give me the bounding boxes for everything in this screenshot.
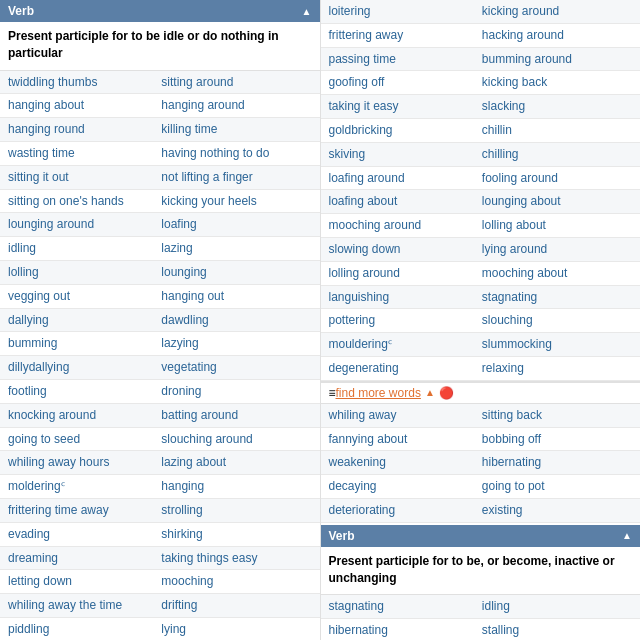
word-right[interactable]: killing time [153, 118, 319, 142]
find-more-right[interactable]: ≡ find more words ▲ 🔴 [321, 382, 641, 404]
word-right[interactable]: lying around [474, 237, 640, 261]
word-right[interactable]: slouching around [153, 427, 319, 451]
word-left[interactable]: whiling away the time [0, 594, 153, 618]
word-left[interactable]: lolling [0, 260, 153, 284]
word-right[interactable]: existing [474, 498, 640, 522]
word-left[interactable]: footling [0, 379, 153, 403]
word-right[interactable]: stalling [474, 619, 640, 640]
word-left[interactable]: hibernating [321, 619, 474, 640]
word-left[interactable]: loafing about [321, 190, 474, 214]
word-right[interactable]: sitting around [153, 71, 319, 94]
word-left[interactable]: moulderingᶜ [321, 333, 474, 357]
word-right[interactable]: lolling about [474, 214, 640, 238]
word-right[interactable]: sitting back [474, 404, 640, 427]
word-right[interactable]: kicking back [474, 71, 640, 95]
word-right[interactable]: chilling [474, 142, 640, 166]
word-left[interactable]: loitering [321, 0, 474, 23]
word-right[interactable]: having nothing to do [153, 141, 319, 165]
table-row: hanging roundkilling time [0, 118, 320, 142]
word-left[interactable]: piddling [0, 617, 153, 640]
word-right[interactable]: loafing [153, 213, 319, 237]
word-left[interactable]: sitting it out [0, 165, 153, 189]
word-left[interactable]: fannying about [321, 427, 474, 451]
word-left[interactable]: dallying [0, 308, 153, 332]
word-right[interactable]: bumming around [474, 47, 640, 71]
word-left[interactable]: whiling away [321, 404, 474, 427]
word-right[interactable]: bobbing off [474, 427, 640, 451]
word-left[interactable]: lounging around [0, 213, 153, 237]
word-right[interactable]: mooching [153, 570, 319, 594]
word-left[interactable]: wasting time [0, 141, 153, 165]
word-left[interactable]: skiving [321, 142, 474, 166]
word-right[interactable]: chillin [474, 118, 640, 142]
word-left[interactable]: goldbricking [321, 118, 474, 142]
word-right[interactable]: lazing [153, 237, 319, 261]
word-left[interactable]: frittering time away [0, 498, 153, 522]
word-left[interactable]: hanging about [0, 94, 153, 118]
word-left[interactable]: pottering [321, 309, 474, 333]
word-left[interactable]: goofing off [321, 71, 474, 95]
word-right[interactable]: shirking [153, 522, 319, 546]
word-right[interactable]: lazying [153, 332, 319, 356]
word-left[interactable]: sitting on one's hands [0, 189, 153, 213]
word-right[interactable]: hibernating [474, 451, 640, 475]
word-right[interactable]: kicking around [474, 0, 640, 23]
word-left[interactable]: whiling away hours [0, 451, 153, 475]
word-right[interactable]: dawdling [153, 308, 319, 332]
word-left[interactable]: twiddling thumbs [0, 71, 153, 94]
word-left[interactable]: loafing around [321, 166, 474, 190]
word-right[interactable]: slouching [474, 309, 640, 333]
word-left[interactable]: taking it easy [321, 95, 474, 119]
word-right[interactable]: mooching about [474, 261, 640, 285]
word-left[interactable]: dreaming [0, 546, 153, 570]
word-right[interactable]: stagnating [474, 285, 640, 309]
word-right[interactable]: lounging about [474, 190, 640, 214]
word-left[interactable]: mooching around [321, 214, 474, 238]
word-right[interactable]: drifting [153, 594, 319, 618]
word-right[interactable]: relaxing [474, 356, 640, 380]
word-right[interactable]: going to pot [474, 475, 640, 499]
word-left[interactable]: evading [0, 522, 153, 546]
word-left[interactable]: stagnating [321, 595, 474, 618]
word-right[interactable]: vegetating [153, 356, 319, 380]
word-right[interactable]: hacking around [474, 23, 640, 47]
word-left[interactable]: bumming [0, 332, 153, 356]
word-left[interactable]: deteriorating [321, 498, 474, 522]
word-left[interactable]: hanging round [0, 118, 153, 142]
word-right[interactable]: batting around [153, 403, 319, 427]
word-right[interactable]: hanging [153, 475, 319, 499]
word-left[interactable]: going to seed [0, 427, 153, 451]
word-left[interactable]: knocking around [0, 403, 153, 427]
word-right[interactable]: slacking [474, 95, 640, 119]
word-left[interactable]: degenerating [321, 356, 474, 380]
find-more-link-right[interactable]: find more words [336, 386, 421, 400]
table-row: loafing aroundfooling around [321, 166, 641, 190]
word-left[interactable]: languishing [321, 285, 474, 309]
word-right[interactable]: lazing about [153, 451, 319, 475]
word-left[interactable]: molderingᶜ [0, 475, 153, 499]
word-left[interactable]: weakening [321, 451, 474, 475]
word-right[interactable]: strolling [153, 498, 319, 522]
table-row: molderingᶜhanging [0, 475, 320, 499]
word-left[interactable]: letting down [0, 570, 153, 594]
word-right[interactable]: not lifting a finger [153, 165, 319, 189]
word-left[interactable]: dillydallying [0, 356, 153, 380]
word-right[interactable]: taking things easy [153, 546, 319, 570]
word-right[interactable]: kicking your heels [153, 189, 319, 213]
word-right[interactable]: hanging around [153, 94, 319, 118]
word-right[interactable]: lying [153, 617, 319, 640]
word-left[interactable]: vegging out [0, 284, 153, 308]
word-left[interactable]: idling [0, 237, 153, 261]
word-left[interactable]: frittering away [321, 23, 474, 47]
word-right[interactable]: lounging [153, 260, 319, 284]
word-left[interactable]: lolling around [321, 261, 474, 285]
word-left[interactable]: passing time [321, 47, 474, 71]
word-right[interactable]: droning [153, 379, 319, 403]
word-right[interactable]: hanging out [153, 284, 319, 308]
word-left[interactable]: slowing down [321, 237, 474, 261]
table-row: degeneratingrelaxing [321, 356, 641, 380]
word-right[interactable]: slummocking [474, 333, 640, 357]
word-left[interactable]: decaying [321, 475, 474, 499]
word-right[interactable]: idling [474, 595, 640, 618]
word-right[interactable]: fooling around [474, 166, 640, 190]
